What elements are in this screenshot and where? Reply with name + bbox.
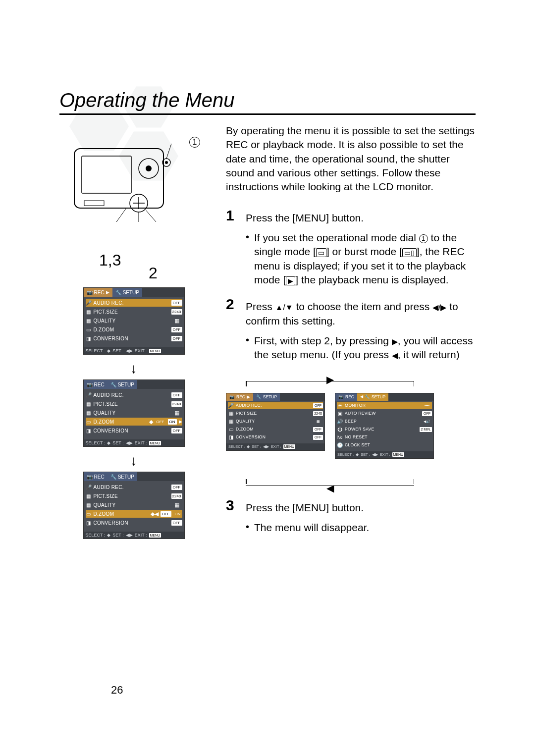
- callout-1: 1: [189, 137, 200, 148]
- step-number: 3: [226, 498, 239, 535]
- top-bracket: [246, 381, 414, 388]
- tab-rec: 📷REC▶: [84, 288, 112, 297]
- menu-footer: SELECT :◆ SET :◀▶ EXIT :MENU: [84, 532, 184, 539]
- camera-diagram: 1 1,3 2: [69, 139, 198, 268]
- tab-setup: ◀🔧SETUP: [357, 393, 388, 401]
- menu-row-conversion: ◨CONVERSIONOFF: [86, 519, 182, 527]
- svg-line-11: [146, 211, 156, 222]
- callout-icon: 1: [419, 234, 428, 243]
- arrow-down-icon: ↓: [130, 361, 137, 377]
- step-number: 1: [226, 208, 239, 287]
- menu-row-audio: 🎤AUDIO REC.OFF: [86, 299, 182, 307]
- svg-rect-1: [82, 156, 131, 193]
- menu-row-audio: 🎤AUDIO REC.OFF: [86, 483, 182, 491]
- menu-row-pictsize: ▦PICT.SIZE2240: [86, 308, 182, 316]
- callout-2: 2: [149, 264, 158, 282]
- step-2-text: Press ▲/▼ to choose the item and press ◀…: [246, 300, 476, 328]
- intro-paragraph: By operating the menu it is possible to …: [226, 124, 476, 194]
- left-column: 1 1,3 2: [59, 124, 208, 545]
- menu-row-audio: 🎤AUDIO REC.OFF: [86, 391, 182, 399]
- menu-row-dzoom-selected: ▭D.ZOOM◆OFFON▶: [86, 418, 182, 426]
- lcd-mini-rec: 📷REC▶ 🔧SETUP 🎤AUDIO REC.OFF ▦PICT.SIZE22…: [226, 393, 325, 451]
- single-mode-icon: ▭: [316, 248, 326, 257]
- menu-row-conversion: ◨CONVERSIONOFF: [86, 334, 182, 342]
- menu-row-quality: ▦QUALITY▦: [86, 501, 182, 509]
- callout-13: 1,3: [99, 251, 121, 270]
- menu-row-conversion: ◨CONVERSIONOFF: [86, 427, 182, 434]
- tab-rec: 📷REC: [335, 393, 357, 401]
- svg-point-5: [165, 161, 168, 164]
- menu-row-dzoom-selected-on: ▭D.ZOOM◆◀OFFON: [86, 510, 182, 518]
- arrow-down-icon: ↓: [130, 453, 137, 469]
- step-1: 1 Press the [MENU] button. If you set th…: [226, 208, 476, 287]
- tab-rec: 📷REC▶: [226, 393, 253, 401]
- menu-row-quality: ▦QUALITY▦: [86, 317, 182, 324]
- step-1-bullet: If you set the operational mode dial 1 t…: [246, 231, 476, 287]
- left-right-icon: ◀/▶: [432, 302, 446, 313]
- step-2-bullet: First, with step 2, by pressing ▶, you w…: [246, 334, 476, 362]
- tab-rec: 📷REC: [84, 472, 107, 481]
- manual-page: Operating the Menu 1: [0, 0, 535, 756]
- menu-row-dzoom: ▭D.ZOOMOFF: [86, 325, 182, 333]
- step-3-text: Press the [MENU] button.: [246, 501, 476, 515]
- tab-setup: 🔧SETUP: [112, 288, 142, 297]
- svg-rect-7: [84, 201, 104, 206]
- tab-setup: 🔧SETUP: [253, 393, 280, 401]
- up-down-icon: ▲/▼: [275, 302, 293, 313]
- step-number: 2: [226, 297, 239, 362]
- right-arrow-icon: ▶: [392, 336, 398, 347]
- lcd-menu-screen-2: 📷REC 🔧SETUP 🎤AUDIO REC.OFF ▦PICT.SIZE224…: [83, 379, 185, 447]
- tab-rec: 📷REC: [84, 380, 107, 389]
- playback-mode-icon: ▶: [286, 276, 295, 285]
- lcd-mini-setup: 📷REC ◀🔧SETUP ☀MONITOR▪▪▪▪ ▣AUTO REVIEWOF…: [335, 393, 434, 459]
- svg-line-8: [166, 144, 171, 159]
- camera-illustration: [69, 139, 178, 223]
- step-1-text: Press the [MENU] button.: [246, 211, 476, 225]
- page-title: Operating the Menu: [59, 89, 476, 115]
- step-3-bullet: The menu will disappear.: [246, 521, 476, 535]
- menu-footer: SELECT :◆ SET :◀▶ EXIT :MENU: [84, 439, 184, 446]
- tab-setup: 🔧SETUP: [107, 472, 137, 481]
- menu-row-pictsize: ▦PICT.SIZE2240: [86, 492, 182, 500]
- left-arrow-icon: ◀: [326, 482, 334, 495]
- lcd-menu-screen-3: 📷REC 🔧SETUP 🎤AUDIO REC.OFF ▦PICT.SIZE224…: [83, 472, 185, 539]
- right-column: By operating the menu it is possible to …: [226, 124, 476, 545]
- lcd-menu-screen-1: 📷REC▶ 🔧SETUP 🎤AUDIO REC.OFF ▦PICT.SIZE22…: [83, 287, 185, 355]
- page-number: 26: [111, 684, 123, 697]
- svg-point-3: [146, 165, 152, 171]
- left-arrow-icon: ◀: [392, 350, 398, 361]
- tab-setup: 🔧SETUP: [107, 380, 137, 389]
- svg-line-10: [116, 208, 126, 222]
- step-3: 3 Press the [MENU] button. The menu will…: [226, 498, 476, 535]
- menu-footer: SELECT :◆ SET :◀▶ EXIT :MENU: [84, 347, 184, 354]
- menu-row-quality: ▦QUALITY▦: [86, 409, 182, 417]
- burst-mode-icon: ▭▯: [402, 248, 417, 257]
- dual-lcd-figure: ▶ 📷REC▶ 🔧SETUP 🎤AUDIO REC.OFF ▦PICT.SIZE…: [226, 374, 434, 493]
- menu-row-pictsize: ▦PICT.SIZE2240: [86, 400, 182, 408]
- step-2: 2 Press ▲/▼ to choose the item and press…: [226, 297, 476, 362]
